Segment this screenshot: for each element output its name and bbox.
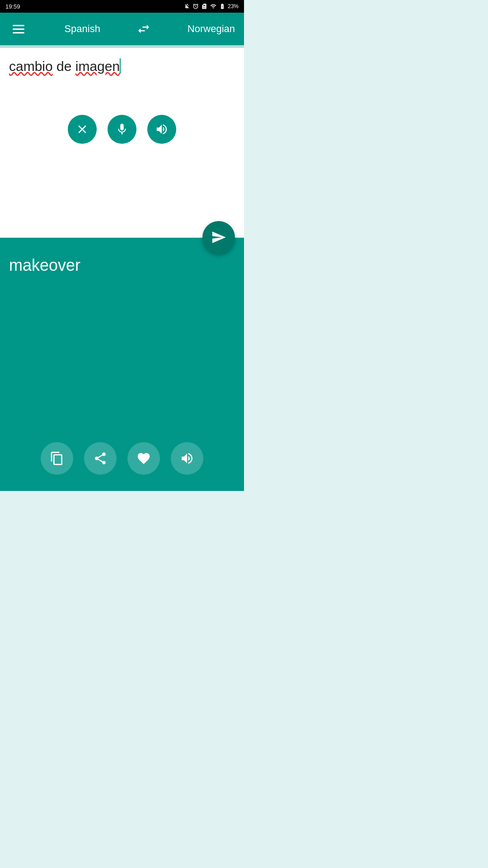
- word-imagen: imagen: [75, 59, 120, 74]
- copy-button[interactable]: [41, 442, 73, 475]
- favorite-button[interactable]: [127, 442, 160, 475]
- target-language[interactable]: Norwegian: [188, 23, 235, 35]
- close-icon: [75, 123, 89, 136]
- copy-icon: [50, 451, 64, 466]
- translated-text: makeover: [9, 254, 235, 277]
- output-area: makeover: [0, 238, 244, 491]
- source-language[interactable]: Spanish: [64, 23, 100, 35]
- translate-button[interactable]: [202, 221, 235, 254]
- menu-button[interactable]: [9, 21, 28, 37]
- share-icon: [93, 451, 108, 466]
- input-actions: [9, 102, 235, 156]
- alarm-icon: [192, 3, 199, 9]
- signal-icon: [210, 3, 217, 9]
- microphone-button[interactable]: [108, 115, 136, 144]
- clear-button[interactable]: [68, 115, 97, 144]
- send-icon: [211, 230, 226, 245]
- charging-icon: [219, 3, 225, 9]
- toolbar: Spanish Norwegian: [0, 13, 244, 45]
- volume-translation-icon: [180, 451, 194, 466]
- word-cambio: cambio: [9, 59, 53, 74]
- notifications-off-icon: [184, 3, 190, 9]
- swap-languages-button[interactable]: [136, 22, 151, 36]
- heart-icon: [136, 451, 151, 466]
- word-de: de: [56, 59, 75, 74]
- listen-source-button[interactable]: [147, 115, 176, 144]
- share-button[interactable]: [84, 442, 117, 475]
- status-time: 19:59: [5, 3, 20, 10]
- volume-icon: [155, 123, 169, 136]
- sim-card-icon: [201, 3, 207, 9]
- mic-icon: [115, 123, 129, 136]
- battery-percent: 23%: [228, 3, 239, 9]
- status-bar: 19:59 23%: [0, 0, 244, 13]
- swap-icon: [136, 22, 151, 36]
- listen-translation-button[interactable]: [171, 442, 203, 475]
- status-icons: 23%: [184, 3, 239, 9]
- output-actions: [0, 429, 244, 482]
- input-area: cambio de imagen: [0, 48, 244, 238]
- source-text-input[interactable]: cambio de imagen: [9, 57, 235, 102]
- text-cursor: [120, 58, 121, 74]
